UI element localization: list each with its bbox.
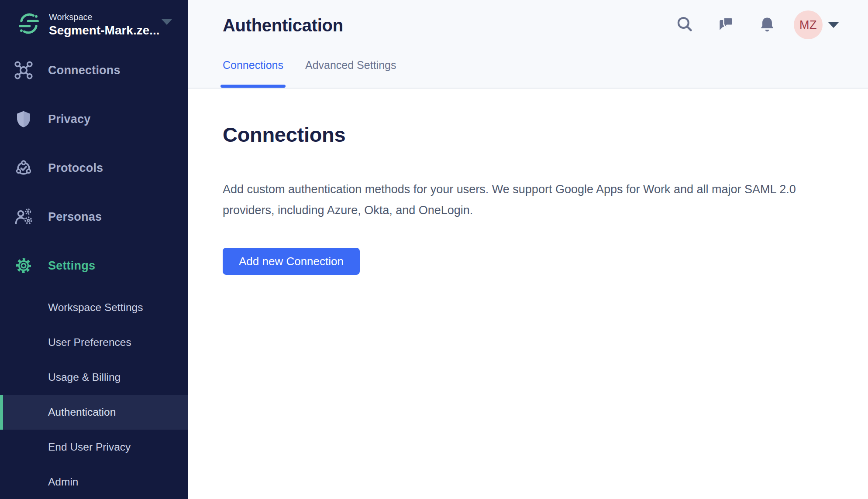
sidebar-subitem-end-user-privacy[interactable]: End User Privacy — [0, 430, 188, 465]
sidebar-subitem-label: Usage & Billing — [48, 371, 121, 383]
tab-connections[interactable]: Connections — [223, 58, 283, 88]
notifications-bell-icon[interactable] — [758, 15, 777, 34]
page-header: Authentication Connections Advanced Sett… — [188, 0, 868, 89]
sidebar-subitem-label: Admin — [48, 476, 78, 488]
search-icon[interactable] — [675, 15, 695, 34]
tab-bar: Connections Advanced Settings — [223, 58, 396, 88]
section-description: Add custom authentication methods for yo… — [223, 179, 833, 221]
page-content: Connections Add custom authentication me… — [188, 89, 868, 275]
sidebar-subitem-workspace-settings[interactable]: Workspace Settings — [0, 290, 188, 325]
avatar[interactable]: MZ — [794, 10, 823, 39]
main-area: Authentication Connections Advanced Sett… — [188, 0, 868, 499]
sidebar-item-settings[interactable]: Settings — [0, 241, 188, 290]
sidebar-item-label: Protocols — [48, 161, 103, 175]
add-new-connection-button[interactable]: Add new Connection — [223, 248, 360, 275]
account-menu-caret-icon[interactable] — [828, 22, 839, 28]
sidebar-item-label: Privacy — [48, 113, 90, 126]
page-title: Authentication — [223, 16, 343, 35]
workspace-switcher[interactable]: Workspace Segment-Mark.ze... — [0, 0, 188, 46]
sidebar-nav: Connections Privacy Proto — [0, 46, 188, 499]
sidebar-item-privacy[interactable]: Privacy — [0, 95, 188, 144]
privacy-shield-icon — [14, 109, 33, 129]
connections-icon — [14, 61, 33, 80]
protocols-icon — [14, 158, 33, 178]
sidebar-subitem-label: Authentication — [48, 406, 116, 418]
personas-icon — [14, 207, 33, 226]
sidebar-subitem-label: Workspace Settings — [48, 301, 143, 314]
sidebar-subitem-label: End User Privacy — [48, 441, 131, 453]
sidebar-subitem-user-preferences[interactable]: User Preferences — [0, 325, 188, 360]
sidebar: Workspace Segment-Mark.ze... Conne — [0, 0, 188, 499]
sidebar-subitem-authentication[interactable]: Authentication — [0, 395, 188, 430]
sidebar-item-label: Personas — [48, 210, 102, 224]
workspace-caret-icon[interactable] — [162, 19, 172, 25]
sidebar-subitem-admin[interactable]: Admin — [0, 465, 188, 499]
sidebar-item-connections[interactable]: Connections — [0, 46, 188, 95]
header-actions: MZ — [675, 10, 839, 39]
sidebar-subitem-usage-billing[interactable]: Usage & Billing — [0, 360, 188, 395]
segment-logo-icon — [17, 12, 40, 35]
avatar-initials: MZ — [799, 18, 817, 32]
sidebar-item-personas[interactable]: Personas — [0, 192, 188, 241]
workspace-label: Workspace — [49, 11, 160, 23]
sidebar-item-label: Settings — [48, 259, 95, 273]
chat-icon[interactable] — [716, 15, 736, 34]
tab-advanced-settings[interactable]: Advanced Settings — [305, 58, 396, 88]
settings-gear-icon — [14, 256, 33, 275]
workspace-name: Segment-Mark.ze... — [49, 23, 160, 38]
sidebar-item-protocols[interactable]: Protocols — [0, 144, 188, 192]
sidebar-subitem-label: User Preferences — [48, 336, 131, 349]
section-heading: Connections — [223, 122, 833, 147]
sidebar-item-label: Connections — [48, 64, 121, 77]
